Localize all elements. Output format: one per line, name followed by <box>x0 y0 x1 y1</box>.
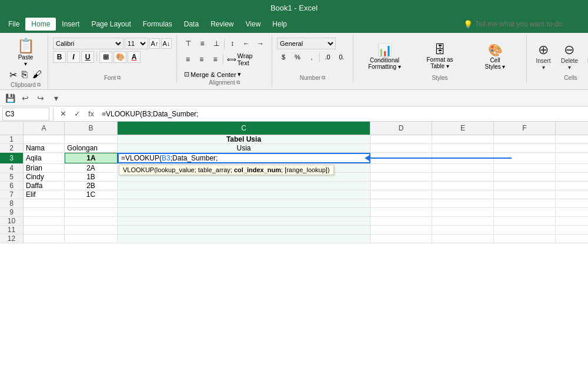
row-header-10[interactable]: 10 <box>0 217 24 225</box>
row-header-11[interactable]: 11 <box>0 226 24 234</box>
cell-d5[interactable] <box>370 173 432 181</box>
row-header-1[interactable]: 1 <box>0 135 24 143</box>
menu-page-layout[interactable]: Page Layout <box>85 18 136 31</box>
cell-e6[interactable] <box>432 182 494 190</box>
font-size-decrease-button[interactable]: A↓ <box>161 38 172 49</box>
cell-a12[interactable] <box>24 234 65 243</box>
cell-a1[interactable] <box>24 135 65 143</box>
row-header-2[interactable]: 2 <box>0 144 24 152</box>
cell-e4[interactable] <box>432 164 494 172</box>
text-direction-button[interactable]: ↕ <box>226 38 239 49</box>
cell-a4[interactable]: Brian <box>24 164 65 172</box>
cell-e12[interactable] <box>432 234 494 243</box>
cell-e2[interactable] <box>432 144 494 152</box>
cell-e10[interactable] <box>432 217 494 225</box>
cell-a2[interactable]: Nama <box>24 144 65 152</box>
cell-b4[interactable]: 2A <box>65 164 118 172</box>
cell-c9[interactable] <box>118 208 370 216</box>
confirm-formula-button[interactable]: ✓ <box>71 108 83 120</box>
cell-d12[interactable] <box>370 234 432 243</box>
row-header-7[interactable]: 7 <box>0 190 24 199</box>
cell-c1[interactable]: Tabel Usia <box>118 135 370 143</box>
corner-cell[interactable] <box>0 122 24 135</box>
cancel-formula-button[interactable]: ✕ <box>57 108 69 120</box>
col-header-a[interactable]: A <box>24 122 65 135</box>
cell-e7[interactable] <box>432 190 494 199</box>
paste-button[interactable]: 📋 Paste ▾ <box>17 38 35 67</box>
undo-button[interactable]: ↩ <box>19 92 32 105</box>
format-cells-button[interactable]: ⊟ Format ▾ <box>584 40 588 73</box>
cell-d2[interactable] <box>370 144 432 152</box>
cell-b6[interactable]: 2B <box>65 182 118 190</box>
menu-file[interactable]: File <box>2 18 25 31</box>
cell-styles-button[interactable]: 🎨 CellStyles ▾ <box>469 42 522 71</box>
align-middle-button[interactable]: ≡ <box>196 38 209 49</box>
row-header-12[interactable]: 12 <box>0 234 24 243</box>
menu-review[interactable]: Review <box>205 18 239 31</box>
customize-quick-access-button[interactable]: ▾ <box>49 92 62 105</box>
cell-a5[interactable]: Cindy <box>24 173 65 181</box>
cell-b12[interactable] <box>65 234 118 243</box>
tell-me-input[interactable] <box>475 20 581 28</box>
save-button[interactable]: 💾 <box>4 92 16 105</box>
cell-b2[interactable]: Golongan <box>65 144 118 152</box>
align-right-button[interactable]: ≡ <box>209 53 221 65</box>
cell-b8[interactable] <box>65 199 118 207</box>
font-size-increase-button[interactable]: A↑ <box>149 38 160 49</box>
number-format-select[interactable]: General <box>277 38 336 49</box>
delete-cells-button[interactable]: ⊖ Delete ▾ <box>557 40 582 73</box>
cell-d4[interactable] <box>370 164 432 172</box>
cell-e1[interactable] <box>432 135 494 143</box>
cell-c7[interactable] <box>118 190 370 199</box>
underline-button[interactable]: U <box>81 51 94 63</box>
cell-f1[interactable] <box>494 135 556 143</box>
cell-c8[interactable] <box>118 199 370 207</box>
cell-f10[interactable] <box>494 217 556 225</box>
row-header-4[interactable]: 4 <box>0 164 24 172</box>
insert-cells-button[interactable]: ⊕ Insert ▾ <box>532 40 555 73</box>
menu-data[interactable]: Data <box>178 18 205 31</box>
col-header-e[interactable]: E <box>432 122 494 135</box>
merge-center-button[interactable]: ⊡Merge & Center▾ <box>182 69 243 79</box>
bold-button[interactable]: B <box>53 51 66 63</box>
font-size-select[interactable]: 11 <box>125 38 148 49</box>
font-expand-icon[interactable]: ⧉ <box>117 75 121 81</box>
cell-d7[interactable] <box>370 190 432 199</box>
cell-a8[interactable] <box>24 199 65 207</box>
clipboard-expand-icon[interactable]: ⧉ <box>37 82 41 88</box>
align-left-button[interactable]: ≡ <box>182 53 194 65</box>
cell-b1[interactable] <box>65 135 118 143</box>
cell-e11[interactable] <box>432 226 494 234</box>
menu-view[interactable]: View <box>240 18 267 31</box>
increase-decimal-button[interactable]: .0 <box>321 51 334 63</box>
menu-insert[interactable]: Insert <box>56 18 85 31</box>
cell-b10[interactable] <box>65 217 118 225</box>
align-top-button[interactable]: ⊤ <box>182 38 195 49</box>
row-header-6[interactable]: 6 <box>0 182 24 190</box>
comma-button[interactable]: , <box>305 51 318 63</box>
col-header-b[interactable]: B <box>65 122 118 135</box>
cell-a6[interactable]: Daffa <box>24 182 65 190</box>
wrap-text-button[interactable]: ⟺Wrap Text <box>225 51 267 68</box>
cell-e9[interactable] <box>432 208 494 216</box>
col-header-f[interactable]: F <box>494 122 556 135</box>
cell-b7[interactable]: 1C <box>65 190 118 199</box>
cell-c3[interactable]: =VLOOKUP(B3;Data_Sumber; VLOOKUP(lookup_… <box>118 153 370 163</box>
cell-d9[interactable] <box>370 208 432 216</box>
cell-b5[interactable]: 1B <box>65 173 118 181</box>
cell-f5[interactable] <box>494 173 556 181</box>
number-expand-icon[interactable]: ⧉ <box>322 75 325 81</box>
formula-input[interactable] <box>99 108 586 120</box>
cell-e8[interactable] <box>432 199 494 207</box>
conditional-formatting-button[interactable]: 📊 ConditionalFormatting ▾ <box>358 42 411 71</box>
cell-f6[interactable] <box>494 182 556 190</box>
redo-button[interactable]: ↪ <box>34 92 47 105</box>
decrease-decimal-button[interactable]: 0. <box>335 51 348 63</box>
cell-b9[interactable] <box>65 208 118 216</box>
cell-f12[interactable] <box>494 234 556 243</box>
align-center-button[interactable]: ≡ <box>195 53 208 65</box>
cell-d11[interactable] <box>370 226 432 234</box>
format-as-table-button[interactable]: 🗄 Format asTable ▾ <box>413 42 466 71</box>
row-header-3[interactable]: 3 <box>0 153 24 163</box>
indent-decrease-button[interactable]: ← <box>240 38 253 49</box>
